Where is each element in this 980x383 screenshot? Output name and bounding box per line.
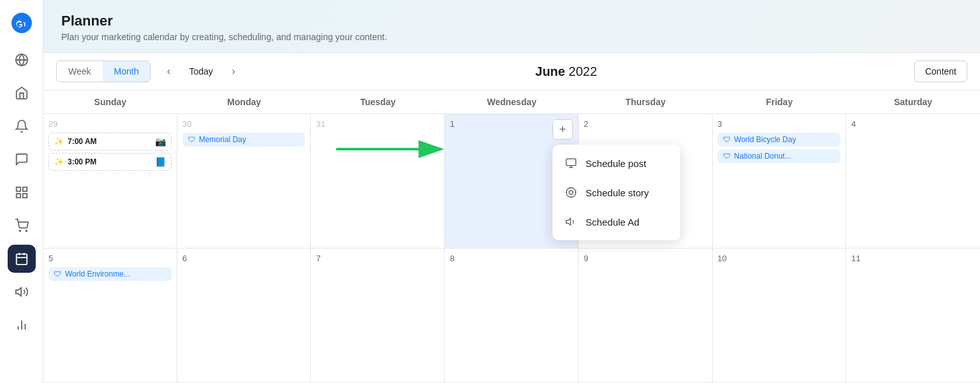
svg-rect-1 bbox=[16, 187, 20, 191]
friday-header: Friday bbox=[713, 90, 847, 113]
donut-day-event[interactable]: 🛡 National Donut... bbox=[718, 149, 841, 163]
schedule-story-label: Schedule story bbox=[586, 187, 649, 198]
calendar-cell-june5: 5 🛡 World Environme... bbox=[43, 249, 177, 382]
monday-header: Monday bbox=[177, 90, 311, 113]
calendar-container: Week Month ‹ Today › June 2022 Content S… bbox=[43, 53, 980, 383]
calendar-toolbar: Week Month ‹ Today › June 2022 Content bbox=[43, 53, 980, 90]
instagram-icon: 📷 bbox=[155, 136, 166, 147]
meta-logo bbox=[9, 10, 34, 36]
shield-icon-3: 🛡 bbox=[723, 152, 731, 161]
event-label: World Environme... bbox=[65, 270, 130, 278]
svg-rect-3 bbox=[22, 194, 26, 198]
svg-marker-26 bbox=[566, 219, 570, 226]
svg-rect-2 bbox=[22, 187, 26, 191]
shop-nav-item[interactable] bbox=[8, 212, 36, 240]
ads-nav-item[interactable] bbox=[8, 278, 36, 306]
tuesday-header: Tuesday bbox=[311, 90, 445, 113]
day-number: 30 bbox=[182, 119, 306, 129]
svg-point-21 bbox=[569, 191, 573, 194]
day-number: 11 bbox=[851, 254, 975, 263]
today-button[interactable]: Today bbox=[184, 64, 218, 79]
month-view-button[interactable]: Month bbox=[103, 61, 151, 82]
day-number: 5 bbox=[48, 254, 172, 263]
event-label: National Donut... bbox=[734, 152, 791, 161]
analytics-nav-item[interactable] bbox=[8, 311, 36, 339]
svg-marker-11 bbox=[15, 288, 20, 296]
pages-nav-item[interactable] bbox=[8, 178, 36, 206]
day-number: 3 bbox=[718, 119, 841, 129]
calendar-cell-june3: 3 🛡 World Bicycle Day 🛡 National Donut..… bbox=[713, 114, 847, 248]
content-button[interactable]: Content bbox=[914, 61, 967, 82]
calendar-cell-may31: 31 bbox=[311, 114, 445, 248]
shield-icon: 🛡 bbox=[188, 135, 195, 144]
schedule-post-label: Schedule post bbox=[586, 158, 646, 169]
day-number: 9 bbox=[584, 254, 707, 263]
post-icon bbox=[564, 156, 578, 170]
sunday-header: Sunday bbox=[43, 90, 177, 113]
day-number: 29 bbox=[48, 119, 172, 129]
story-icon bbox=[564, 185, 578, 199]
year-label: 2022 bbox=[568, 64, 597, 78]
memorial-day-event[interactable]: 🛡 Memorial Day bbox=[182, 133, 306, 147]
day-number: 31 bbox=[316, 119, 439, 129]
sparkle-icon-2: ✨ bbox=[54, 157, 64, 166]
svg-rect-7 bbox=[16, 254, 27, 265]
day-number: 7 bbox=[316, 254, 439, 263]
svg-point-6 bbox=[26, 230, 27, 231]
calendar-cell-june6: 6 bbox=[177, 249, 311, 382]
calendar-cell-may29: 29 ✨ 7:00 AM 📷 ✨ 3:00 PM 📘 bbox=[43, 114, 177, 248]
add-event-button[interactable]: + bbox=[553, 119, 573, 140]
day-number: 2 bbox=[584, 119, 707, 129]
calendar-grid: Sunday Monday Tuesday Wednesday Thursday… bbox=[43, 90, 980, 383]
event-label: World Bicycle Day bbox=[734, 135, 796, 144]
schedule-ad-label: Schedule Ad bbox=[586, 217, 639, 228]
sparkle-icon: ✨ bbox=[54, 137, 64, 146]
view-toggle: Week Month bbox=[56, 61, 151, 82]
day-number: 8 bbox=[450, 254, 573, 263]
calendar-cell-june8: 8 bbox=[445, 249, 579, 382]
calendar-cell-june4: 4 bbox=[846, 114, 980, 248]
page-title: Planner bbox=[61, 13, 962, 29]
svg-point-20 bbox=[566, 188, 575, 198]
saturday-header: Saturday bbox=[846, 90, 980, 113]
shield-icon-4: 🛡 bbox=[54, 270, 61, 278]
shield-icon-2: 🛡 bbox=[723, 135, 731, 144]
schedule-ad-item[interactable]: Schedule Ad bbox=[553, 207, 680, 236]
bell-nav-item[interactable] bbox=[8, 112, 36, 140]
event-7am[interactable]: ✨ 7:00 AM 📷 bbox=[48, 133, 172, 150]
page-subtitle: Plan your marketing calendar by creating… bbox=[61, 32, 962, 42]
schedule-story-item[interactable]: Schedule story bbox=[553, 178, 680, 207]
bicycle-day-event[interactable]: 🛡 World Bicycle Day bbox=[718, 133, 841, 147]
day-headers: Sunday Monday Tuesday Wednesday Thursday… bbox=[43, 90, 980, 114]
svg-point-5 bbox=[19, 230, 20, 231]
day-number: 4 bbox=[851, 119, 975, 129]
calendar-cell-may30: 30 🛡 Memorial Day bbox=[177, 114, 311, 248]
calendar-body: 29 ✨ 7:00 AM 📷 ✨ 3:00 PM 📘 bbox=[43, 114, 980, 383]
week-view-button[interactable]: Week bbox=[57, 61, 103, 82]
calendar-cell-june7: 7 bbox=[311, 249, 445, 382]
wednesday-header: Wednesday bbox=[445, 90, 579, 113]
event-time: 7:00 AM bbox=[68, 137, 97, 146]
home-nav-item[interactable] bbox=[8, 79, 36, 107]
prev-arrow[interactable]: ‹ bbox=[158, 61, 179, 82]
svg-rect-4 bbox=[16, 194, 20, 198]
schedule-post-item[interactable]: Schedule post bbox=[553, 148, 680, 178]
calendar-week-1: 29 ✨ 7:00 AM 📷 ✨ 3:00 PM 📘 bbox=[43, 114, 980, 249]
sidebar bbox=[0, 0, 43, 383]
facebook-icon: 📘 bbox=[155, 157, 166, 167]
calendar-cell-june1: 1 + bbox=[445, 114, 579, 248]
planner-nav-item[interactable] bbox=[8, 245, 36, 273]
calendar-cell-june9: 9 bbox=[579, 249, 713, 382]
main-content: Planner Plan your marketing calendar by … bbox=[43, 0, 980, 383]
day-number: 10 bbox=[718, 254, 841, 263]
globe-nav-item[interactable] bbox=[8, 46, 36, 74]
environment-day-event[interactable]: 🛡 World Environme... bbox=[48, 267, 172, 281]
svg-rect-17 bbox=[566, 159, 575, 166]
chat-nav-item[interactable] bbox=[8, 145, 36, 173]
event-3pm[interactable]: ✨ 3:00 PM 📘 bbox=[48, 153, 172, 171]
day-number: 6 bbox=[182, 254, 306, 263]
thursday-header: Thursday bbox=[579, 90, 713, 113]
month-year-title: June 2022 bbox=[226, 64, 907, 79]
schedule-dropdown: Schedule post Schedule story bbox=[553, 145, 680, 240]
calendar-cell-june10: 10 bbox=[713, 249, 847, 382]
